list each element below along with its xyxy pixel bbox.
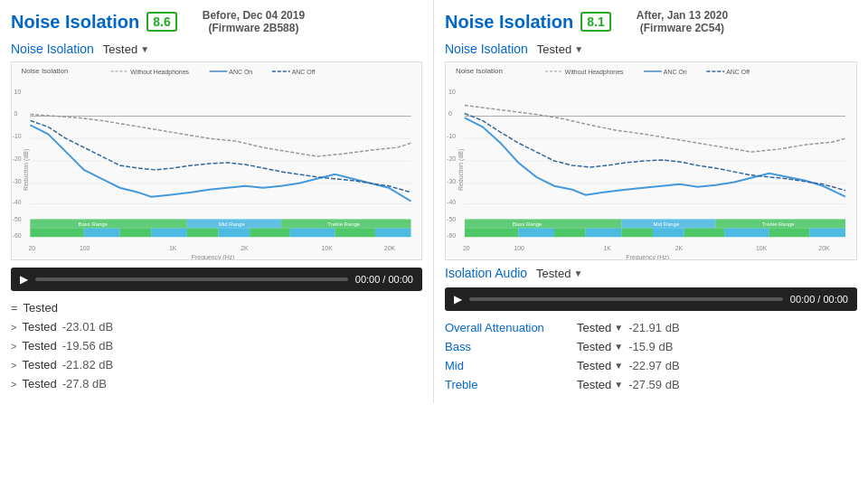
- svg-text:-50: -50: [447, 216, 456, 222]
- svg-text:20K: 20K: [384, 245, 396, 251]
- right-audio-tested-label: Tested: [536, 267, 571, 280]
- mid-tested-dropdown[interactable]: Tested ▼: [577, 359, 623, 372]
- right-firmware: After, Jan 13 2020 (Firmware 2C54): [637, 9, 728, 34]
- treble-label: Treble: [445, 378, 571, 391]
- svg-text:-30: -30: [447, 178, 456, 184]
- svg-text:100: 100: [80, 245, 90, 251]
- mid-dropdown-arrow: ▼: [614, 361, 623, 371]
- svg-text:Mid Range: Mid Range: [653, 221, 679, 227]
- svg-rect-82: [621, 228, 653, 237]
- overall-attenuation-label: Overall Attenuation: [445, 321, 571, 334]
- svg-text:Frequency (Hz): Frequency (Hz): [192, 254, 235, 259]
- mid-tested-label: Tested: [577, 359, 611, 372]
- right-audio-tested-dropdown[interactable]: Tested ▼: [536, 267, 582, 280]
- svg-text:-30: -30: [13, 178, 22, 184]
- left-header: Noise Isolation 8.6 Before, Dec 04 2019 …: [11, 9, 422, 34]
- main-container: Noise Isolation 8.6 Before, Dec 04 2019 …: [0, 0, 868, 403]
- left-tested-label: Tested: [103, 42, 137, 56]
- left-play-button[interactable]: ▶: [20, 273, 28, 286]
- svg-rect-40: [375, 228, 411, 237]
- left-eq-icon: =: [11, 301, 18, 315]
- svg-text:Frequency (Hz): Frequency (Hz): [626, 254, 669, 259]
- svg-rect-81: [586, 228, 622, 237]
- svg-rect-78: [465, 228, 518, 237]
- left-time-display: 00:00 / 00:00: [355, 274, 413, 285]
- left-metric-tested-2: Tested: [22, 339, 56, 353]
- svg-text:20K: 20K: [818, 245, 830, 251]
- svg-rect-31: [30, 228, 83, 237]
- overall-tested-label: Tested: [577, 321, 611, 334]
- svg-text:10: 10: [14, 89, 22, 95]
- right-header: Noise Isolation 8.1 After, Jan 13 2020 (…: [445, 9, 857, 34]
- svg-rect-87: [809, 228, 845, 237]
- left-metrics: = Tested > Tested -23.01 dB > Tested -19…: [11, 298, 422, 393]
- mid-row: Mid Tested ▼ -22.97 dB: [445, 356, 857, 375]
- right-tested-dropdown[interactable]: Tested ▼: [537, 42, 583, 56]
- left-metric-value-2: -19.56 dB: [62, 339, 113, 353]
- overall-dropdown-arrow: ▼: [614, 323, 623, 333]
- svg-text:Bass Range: Bass Range: [513, 221, 542, 227]
- right-audio-dropdown-arrow: ▼: [573, 268, 582, 278]
- right-firmware-line1: After, Jan 13 2020: [637, 9, 728, 22]
- left-metric-row-1: > Tested -23.01 dB: [11, 317, 422, 336]
- right-play-button[interactable]: ▶: [454, 293, 462, 306]
- svg-text:1K: 1K: [603, 245, 611, 251]
- svg-text:10: 10: [448, 89, 456, 95]
- svg-text:-10: -10: [447, 133, 456, 139]
- right-time-display: 00:00 / 00:00: [790, 294, 848, 305]
- svg-rect-86: [769, 228, 810, 237]
- left-firmware: Before, Dec 04 2019 (Firmware 2B588): [203, 9, 305, 34]
- mid-label: Mid: [445, 359, 571, 372]
- svg-text:0: 0: [14, 110, 18, 117]
- svg-text:-60: -60: [447, 232, 456, 239]
- treble-value: -27.59 dB: [628, 378, 679, 391]
- left-tested-dropdown[interactable]: Tested ▼: [103, 42, 149, 56]
- bass-tested-label: Tested: [577, 340, 611, 353]
- left-panel: Noise Isolation 8.6 Before, Dec 04 2019 …: [0, 0, 434, 403]
- svg-rect-80: [554, 228, 586, 237]
- left-chart-svg: Noise Isolation Without Headphones ANC O…: [12, 62, 421, 259]
- right-audio-section-label: Isolation Audio: [445, 266, 527, 280]
- right-section-row: Noise Isolation Tested ▼: [445, 42, 857, 56]
- left-title: Noise Isolation: [11, 12, 139, 33]
- left-metric-tested-3: Tested: [22, 358, 56, 371]
- left-firmware-line1: Before, Dec 04 2019: [203, 9, 305, 22]
- right-firmware-line2: (Firmware 2C54): [637, 22, 728, 34]
- svg-text:2K: 2K: [241, 245, 249, 251]
- left-metric-eq: = Tested: [11, 298, 422, 317]
- right-score-badge: 8.1: [580, 12, 610, 32]
- left-tested-eq: Tested: [24, 301, 58, 315]
- svg-rect-83: [653, 228, 684, 237]
- svg-rect-39: [335, 228, 375, 237]
- bass-tested-dropdown[interactable]: Tested ▼: [577, 340, 623, 353]
- svg-text:Reduction (dB): Reduction (dB): [458, 149, 465, 191]
- left-metric-arrow-1: >: [11, 322, 16, 333]
- svg-text:0: 0: [448, 110, 452, 117]
- right-title: Noise Isolation: [445, 12, 573, 33]
- svg-text:10K: 10K: [756, 245, 768, 251]
- left-metric-value-1: -23.01 dB: [62, 320, 113, 334]
- svg-rect-41: [30, 219, 186, 228]
- treble-dropdown-arrow: ▼: [614, 380, 623, 390]
- right-progress-bar[interactable]: [469, 297, 783, 301]
- svg-rect-34: [151, 228, 187, 237]
- overall-tested-dropdown[interactable]: Tested ▼: [577, 321, 623, 334]
- svg-rect-38: [290, 228, 335, 237]
- bass-dropdown-arrow: ▼: [614, 342, 623, 352]
- svg-text:Treble Range: Treble Range: [327, 221, 360, 227]
- svg-text:-60: -60: [13, 232, 22, 239]
- svg-text:100: 100: [514, 245, 524, 251]
- right-tested-label: Tested: [537, 42, 571, 56]
- left-progress-bar[interactable]: [35, 277, 348, 281]
- overall-attenuation-value: -21.91 dB: [628, 321, 679, 334]
- svg-text:-40: -40: [447, 199, 456, 205]
- svg-text:1K: 1K: [169, 245, 177, 251]
- treble-tested-dropdown[interactable]: Tested ▼: [577, 378, 623, 391]
- svg-rect-36: [218, 228, 250, 237]
- svg-text:Mid Range: Mid Range: [219, 221, 245, 227]
- left-score-badge: 8.6: [146, 12, 176, 32]
- left-metric-value-4: -27.8 dB: [62, 377, 107, 390]
- left-dropdown-arrow: ▼: [140, 44, 149, 54]
- left-metric-arrow-2: >: [11, 341, 16, 352]
- svg-rect-33: [119, 228, 151, 237]
